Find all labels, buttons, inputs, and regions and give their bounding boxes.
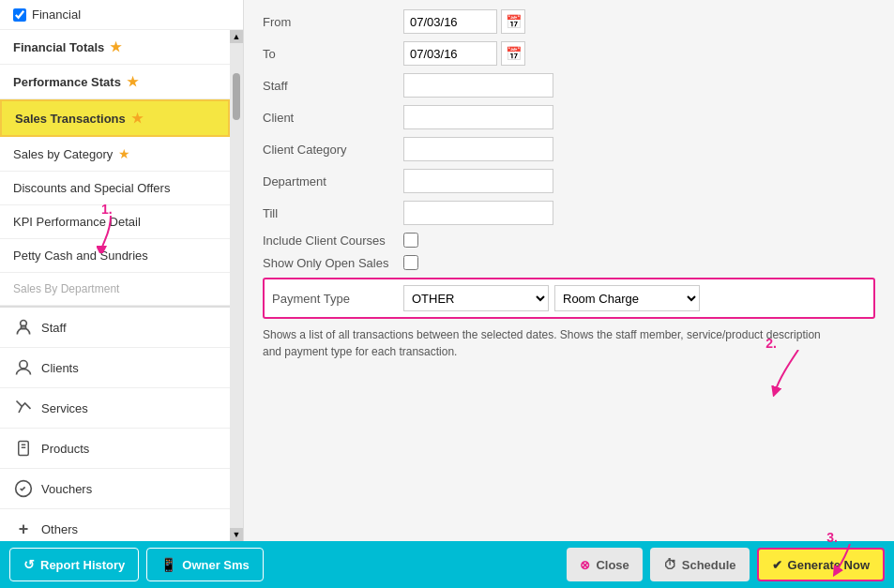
client-category-input[interactable] — [403, 137, 553, 161]
scroll-track — [232, 45, 241, 526]
form-area: From 📅 To 📅 Staff — [244, 0, 894, 541]
clients-label: Clients — [41, 361, 79, 375]
close-button[interactable]: ⊗ Close — [567, 548, 642, 581]
sidebar-scroll-container: Financial Totals ★ Performance Stats ★ S… — [0, 30, 243, 541]
description-text: Shows a list of all transactions between… — [263, 326, 826, 360]
bottom-bar: ↺ Report History 📱 Owner Sms ⊗ Close ⏱ S… — [0, 541, 894, 588]
products-icon — [13, 438, 34, 459]
staff-row: Staff — [263, 73, 875, 98]
services-label: Services — [41, 401, 88, 415]
sidebar-item-sales-dept[interactable]: Sales By Department — [0, 273, 230, 306]
star-icon: ★ — [131, 111, 144, 126]
sidebar-item-label: Sales Transactions — [15, 112, 126, 126]
payment-type-label: Payment Type — [272, 292, 403, 306]
sidebar-item-label: Petty Cash and Sundries — [13, 249, 148, 263]
generate-label: Generate Now — [788, 558, 870, 572]
sidebar-item-performance-stats[interactable]: Performance Stats ★ — [0, 65, 230, 99]
client-input[interactable] — [403, 105, 553, 129]
staff-input[interactable] — [403, 73, 553, 98]
star-icon: ★ — [110, 39, 122, 54]
payment-type-row: Payment Type CASH CARD OTHER ALL Room Ch… — [263, 278, 875, 319]
financial-checkbox[interactable] — [13, 8, 26, 22]
svg-point-2 — [20, 361, 27, 369]
sidebar-section-others[interactable]: + Others — [0, 509, 230, 541]
payment-type-select[interactable]: CASH CARD OTHER ALL — [403, 285, 549, 311]
schedule-icon: ⏱ — [663, 557, 676, 572]
vouchers-icon — [13, 478, 34, 499]
report-history-button[interactable]: ↺ Report History — [9, 548, 139, 581]
sidebar-section-services[interactable]: Services — [0, 388, 230, 429]
sidebar-item-label: Discounts and Special Offers — [13, 181, 170, 195]
department-label: Department — [263, 174, 403, 188]
sidebar-item-label: Financial Totals — [13, 40, 104, 54]
to-date-field[interactable] — [403, 41, 497, 66]
star-icon: ★ — [127, 74, 139, 89]
from-date-field[interactable] — [403, 9, 497, 34]
department-input[interactable] — [403, 169, 553, 193]
till-row: Till — [263, 201, 875, 225]
others-icon: + — [13, 519, 34, 539]
include-client-courses-checkbox[interactable] — [403, 233, 418, 248]
sidebar-item-petty-cash[interactable]: Petty Cash and Sundries — [0, 239, 230, 273]
sidebar-list: Financial Totals ★ Performance Stats ★ S… — [0, 30, 230, 541]
from-calendar-button[interactable]: 📅 — [501, 9, 525, 34]
generate-icon: ✔ — [772, 558, 782, 572]
show-open-sales-row: Show Only Open Sales — [263, 255, 875, 270]
include-client-courses-label: Include Client Courses — [263, 234, 403, 248]
financial-header: Financial — [0, 0, 243, 30]
sidebar-item-sales-transactions[interactable]: Sales Transactions ★ — [0, 99, 230, 137]
sidebar-item-label: Performance Stats — [13, 75, 121, 89]
room-charge-select[interactable]: Room Charge Gift Card Voucher Cheque — [554, 285, 700, 311]
owner-sms-button[interactable]: 📱 Owner Sms — [146, 548, 264, 581]
staff-icon — [13, 317, 34, 338]
schedule-button[interactable]: ⏱ Schedule — [650, 548, 750, 581]
report-history-label: Report History — [40, 558, 125, 572]
client-label: Client — [263, 111, 403, 125]
close-icon: ⊗ — [580, 558, 590, 572]
generate-now-button[interactable]: ✔ Generate Now — [757, 548, 885, 581]
sidebar: Financial Financial Totals ★ Performance… — [0, 0, 244, 541]
till-label: Till — [263, 206, 403, 220]
staff-label: Staff — [41, 321, 67, 335]
main-content: Financial Financial Totals ★ Performance… — [0, 0, 894, 541]
client-row: Client — [263, 105, 875, 129]
sidebar-item-discounts[interactable]: Discounts and Special Offers — [0, 172, 230, 205]
from-label: From — [263, 15, 403, 29]
sidebar-item-sales-by-category[interactable]: Sales by Category ★ — [0, 137, 230, 172]
sidebar-section-staff[interactable]: Staff — [0, 308, 230, 348]
sidebar-section-clients[interactable]: Clients — [0, 348, 230, 388]
sidebar-item-label: Sales By Department — [13, 282, 119, 295]
right-panel: From 📅 To 📅 Staff — [244, 0, 894, 541]
sidebar-item-label: KPI Performance Detail — [13, 215, 141, 229]
client-category-label: Client Category — [263, 143, 403, 157]
sidebar-section-vouchers[interactable]: Vouchers — [0, 469, 230, 509]
scroll-down-arrow[interactable]: ▼ — [230, 528, 243, 541]
from-row: From 📅 — [263, 9, 875, 34]
to-calendar-button[interactable]: 📅 — [501, 41, 525, 66]
star-icon: ★ — [118, 146, 130, 161]
show-open-sales-label: Show Only Open Sales — [263, 256, 403, 270]
from-date-input: 📅 — [403, 9, 525, 34]
others-label: Others — [41, 522, 78, 536]
schedule-label: Schedule — [682, 558, 736, 572]
to-row: To 📅 — [263, 41, 875, 66]
svg-rect-1 — [22, 325, 26, 328]
show-open-sales-checkbox[interactable] — [403, 255, 418, 270]
close-label: Close — [596, 558, 629, 572]
sms-icon: 📱 — [160, 557, 176, 572]
till-input[interactable] — [403, 201, 553, 225]
clients-icon — [13, 357, 34, 378]
staff-label: Staff — [263, 79, 403, 93]
scroll-thumb[interactable] — [233, 73, 240, 120]
sidebar-item-financial-totals[interactable]: Financial Totals ★ — [0, 30, 230, 65]
vouchers-label: Vouchers — [41, 482, 92, 496]
app-container: Financial Financial Totals ★ Performance… — [0, 0, 894, 588]
sidebar-item-kpi[interactable]: KPI Performance Detail — [0, 205, 230, 239]
scrollbar[interactable]: ▲ ▼ — [230, 30, 243, 541]
sidebar-section-products[interactable]: Products — [0, 429, 230, 469]
scroll-up-arrow[interactable]: ▲ — [230, 30, 243, 43]
department-row: Department — [263, 169, 875, 193]
include-client-courses-row: Include Client Courses — [263, 233, 875, 248]
services-icon — [13, 398, 34, 418]
products-label: Products — [41, 442, 89, 456]
